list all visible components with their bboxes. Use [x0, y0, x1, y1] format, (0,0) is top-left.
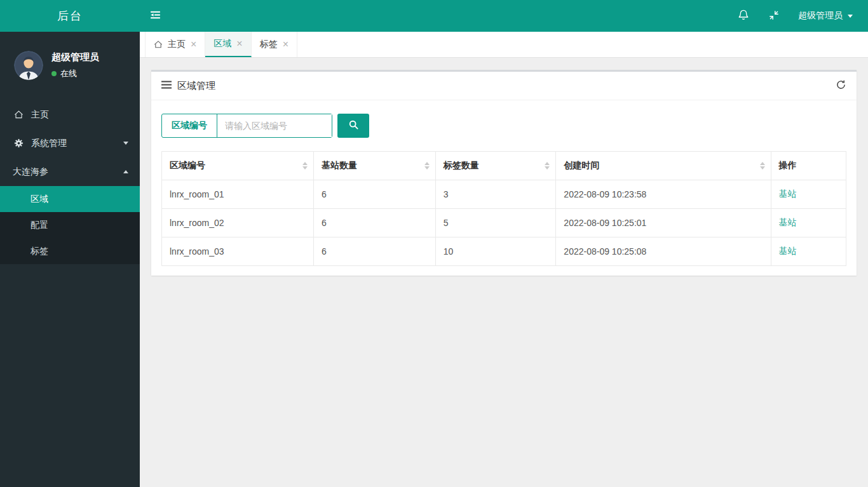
- cell-created-time: 2022-08-09 10:23:58: [556, 180, 771, 209]
- refresh-button[interactable]: [836, 79, 846, 92]
- table-row: lnrx_room_03 6 10 2022-08-09 10:25:08 基站: [162, 237, 846, 266]
- tab-label: 区域: [214, 38, 231, 50]
- cell-region-id: lnrx_room_03: [162, 237, 314, 266]
- sort-icon: [760, 162, 765, 170]
- cell-anchor-count: 6: [314, 209, 436, 237]
- tab-home[interactable]: 主页 ×: [145, 32, 205, 57]
- tab-bar: 主页 × 区域 × 标签 ×: [140, 32, 868, 58]
- sidebar-submenu: 区域 配置 标签: [0, 186, 140, 264]
- sidebar-item-label: 系统管理: [31, 138, 67, 149]
- tab-label: 主页: [168, 39, 186, 50]
- navbar-main: 超级管理员: [140, 0, 868, 32]
- chevron-up-icon: [123, 170, 128, 173]
- search-input-group: 区域编号: [161, 114, 332, 138]
- sidebar-menu: 主页 系统管理 大连海参: [0, 100, 140, 264]
- sidebar: 超级管理员 在线 主页: [0, 32, 140, 487]
- notifications-button[interactable]: [728, 0, 759, 32]
- cell-region-id: lnrx_room_02: [162, 209, 314, 237]
- sidebar-item-home[interactable]: 主页: [0, 100, 140, 129]
- search-row: 区域编号: [161, 114, 846, 138]
- user-menu-label: 超级管理员: [798, 10, 843, 22]
- online-status-label: 在线: [60, 68, 77, 79]
- cell-created-time: 2022-08-09 10:25:08: [556, 237, 771, 266]
- gear-icon: [13, 138, 24, 148]
- hamburger-icon: [161, 80, 172, 91]
- search-button[interactable]: [337, 114, 369, 138]
- sort-icon: [302, 162, 308, 170]
- panel-header: 区域管理: [151, 72, 857, 100]
- main-area: 主页 × 区域 × 标签 × 区域管理: [140, 32, 868, 487]
- sidebar-subitem-tag[interactable]: 标签: [0, 238, 140, 264]
- cell-tag-count: 10: [435, 237, 556, 266]
- home-icon: [154, 40, 163, 49]
- content: 区域管理 区域编号: [140, 58, 868, 288]
- sidebar-user-name: 超级管理员: [51, 51, 99, 63]
- cell-tag-count: 5: [435, 209, 556, 237]
- sidebar-subitem-region[interactable]: 区域: [0, 186, 140, 212]
- sidebar-toggle-button[interactable]: [140, 0, 170, 32]
- sidebar-user-info: 超级管理员 在线: [51, 51, 99, 79]
- search-icon: [348, 119, 359, 132]
- sidebar-user-status: 在线: [51, 68, 99, 79]
- sort-icon: [424, 162, 430, 170]
- cell-anchor-count: 6: [314, 180, 436, 209]
- table-header-row: 区域编号 基站数量 标签数量: [162, 152, 846, 180]
- app-window: 后台: [0, 0, 868, 487]
- sidebar-item-dalian-haishen[interactable]: 大连海参: [0, 157, 140, 186]
- top-navbar: 后台: [0, 0, 868, 32]
- sidebar-subitem-label: 配置: [31, 220, 48, 231]
- outdent-icon: [149, 10, 161, 22]
- column-header-tag-count[interactable]: 标签数量: [435, 152, 556, 180]
- cell-actions: 基站: [771, 180, 846, 209]
- home-icon: [13, 110, 24, 119]
- region-table: 区域编号 基站数量 标签数量: [161, 151, 846, 266]
- anchor-link[interactable]: 基站: [779, 189, 797, 199]
- brand-logo[interactable]: 后台: [0, 0, 140, 32]
- cell-actions: 基站: [771, 237, 846, 266]
- sidebar-subitem-config[interactable]: 配置: [0, 212, 140, 238]
- tab-region[interactable]: 区域 ×: [205, 32, 251, 57]
- fullscreen-toggle-button[interactable]: [759, 0, 789, 32]
- column-header-anchor-count[interactable]: 基站数量: [314, 152, 436, 180]
- avatar: [14, 51, 43, 80]
- sidebar-item-system[interactable]: 系统管理: [0, 129, 140, 157]
- tab-tag[interactable]: 标签 ×: [252, 32, 297, 57]
- navbar-right: 超级管理员: [728, 0, 868, 32]
- cell-region-id: lnrx_room_01: [162, 180, 314, 209]
- chevron-down-icon: [123, 142, 128, 145]
- close-icon[interactable]: ×: [236, 39, 242, 49]
- region-management-panel: 区域管理 区域编号: [151, 70, 857, 276]
- cell-actions: 基站: [771, 209, 846, 237]
- search-field-label: 区域编号: [162, 114, 217, 137]
- cell-anchor-count: 6: [314, 237, 436, 266]
- sidebar-item-label: 大连海参: [13, 166, 48, 178]
- cell-created-time: 2022-08-09 10:25:01: [556, 209, 771, 237]
- online-status-icon: [51, 71, 57, 76]
- search-input[interactable]: [217, 114, 332, 137]
- close-icon[interactable]: ×: [283, 39, 288, 50]
- refresh-icon: [836, 79, 846, 92]
- column-header-actions: 操作: [771, 152, 846, 180]
- panel-body: 区域编号: [151, 100, 857, 276]
- sidebar-subitem-label: 区域: [31, 194, 48, 205]
- bell-icon: [738, 9, 749, 23]
- anchor-link[interactable]: 基站: [779, 246, 797, 256]
- table-row: lnrx_room_02 6 5 2022-08-09 10:25:01 基站: [162, 209, 846, 237]
- tab-label: 标签: [260, 39, 278, 50]
- column-header-created-time[interactable]: 创建时间: [556, 152, 771, 180]
- chevron-down-icon: [848, 15, 853, 18]
- panel-title: 区域管理: [177, 80, 215, 92]
- user-menu[interactable]: 超级管理员: [789, 0, 868, 32]
- anchor-link[interactable]: 基站: [779, 217, 797, 227]
- brand-title: 后台: [57, 8, 83, 23]
- sidebar-item-label: 主页: [31, 109, 49, 121]
- close-icon[interactable]: ×: [191, 39, 196, 50]
- sidebar-user-panel: 超级管理员 在线: [0, 32, 140, 80]
- cell-tag-count: 3: [435, 180, 556, 209]
- sidebar-subitem-label: 标签: [31, 246, 48, 257]
- sort-icon: [545, 162, 550, 170]
- column-header-region-id[interactable]: 区域编号: [162, 152, 314, 180]
- compress-icon: [768, 10, 780, 23]
- table-row: lnrx_room_01 6 3 2022-08-09 10:23:58 基站: [162, 180, 846, 209]
